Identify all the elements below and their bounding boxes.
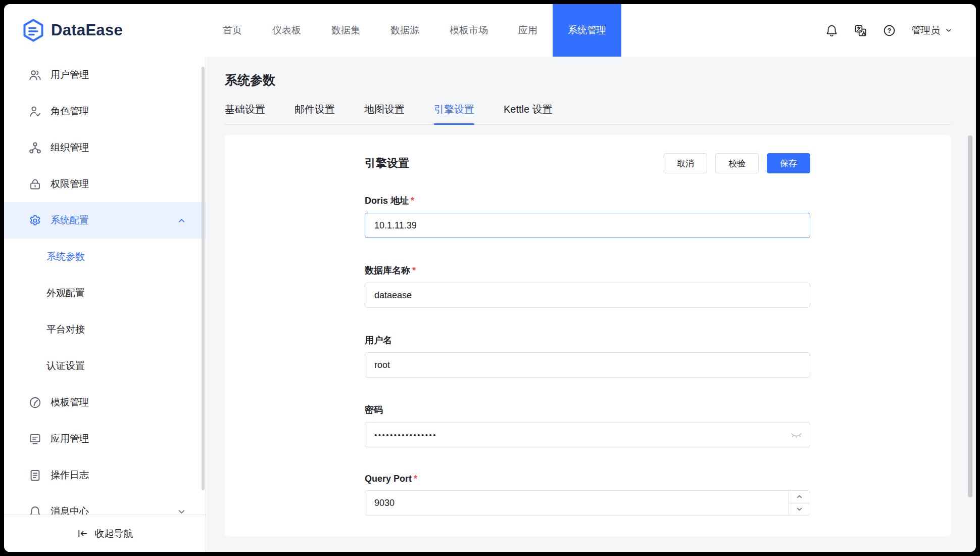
notification-bell-icon[interactable] <box>825 24 839 37</box>
chevron-down-icon <box>796 505 803 513</box>
sidebar-item-label: 组织管理 <box>51 141 89 154</box>
sidebar-item-role-management[interactable]: 角色管理 <box>4 93 206 129</box>
database-name-input[interactable] <box>365 283 810 308</box>
collapse-navigation-label: 收起导航 <box>95 527 133 540</box>
user-menu[interactable]: 管理员 <box>911 24 953 37</box>
lock-icon <box>28 177 42 191</box>
document-log-icon <box>28 469 42 482</box>
required-asterisk: * <box>414 474 417 484</box>
sidebar-subitem-appearance-config[interactable]: 外观配置 <box>4 275 206 311</box>
nav-item-dataset[interactable]: 数据集 <box>316 4 375 57</box>
app-window: DataEase 首页 仪表板 数据集 数据源 模板市场 应用 系统管理 <box>4 4 976 552</box>
nav-item-template-market[interactable]: 模板市场 <box>434 4 503 57</box>
query-port-input[interactable] <box>365 490 810 516</box>
users-icon <box>28 68 42 82</box>
chevron-up-icon <box>796 493 803 500</box>
sidebar-item-label: 模板管理 <box>51 396 89 409</box>
card-actions: 取消 校验 保存 <box>664 153 810 173</box>
sidebar-item-organization-management[interactable]: 组织管理 <box>4 129 206 166</box>
header-actions: ? 管理员 <box>825 24 976 37</box>
sidebar-scrollbar-thumb[interactable] <box>202 67 205 490</box>
sidebar-subitem-platform-integration[interactable]: 平台对接 <box>4 311 206 348</box>
nav-item-dashboard[interactable]: 仪表板 <box>257 4 316 57</box>
main-nav: 首页 仪表板 数据集 数据源 模板市场 应用 系统管理 <box>208 4 621 57</box>
sidebar-item-permission-management[interactable]: 权限管理 <box>4 166 206 202</box>
sidebar-item-label: 外观配置 <box>46 287 85 300</box>
page-title: 系统参数 <box>225 72 976 88</box>
number-stepper <box>789 491 810 515</box>
engine-settings-form: Doris 地址* 数据库名称* 用户名 <box>365 195 810 516</box>
stepper-increase-button[interactable] <box>789 491 810 503</box>
sidebar-item-label: 认证设置 <box>46 359 85 373</box>
sidebar-item-label: 系统配置 <box>51 214 89 227</box>
nav-item-home[interactable]: 首页 <box>208 4 257 57</box>
input-wrapper <box>365 490 810 516</box>
nav-item-application[interactable]: 应用 <box>503 4 553 57</box>
save-button[interactable]: 保存 <box>767 153 810 173</box>
sidebar-item-label: 平台对接 <box>46 323 85 336</box>
eye-off-icon[interactable] <box>790 429 803 441</box>
field-username: 用户名 <box>365 334 810 378</box>
svg-text:?: ? <box>888 27 892 34</box>
help-icon[interactable]: ? <box>883 24 896 37</box>
field-label: 用户名 <box>365 334 810 346</box>
stepper-decrease-button[interactable] <box>789 503 810 516</box>
cancel-button[interactable]: 取消 <box>664 153 707 173</box>
input-wrapper <box>365 213 810 238</box>
dataease-logo-icon <box>21 18 45 42</box>
settings-tabs: 基础设置 邮件设置 地图设置 引擎设置 Kettle 设置 <box>225 103 951 125</box>
sidebar-item-template-management[interactable]: 模板管理 <box>4 384 206 421</box>
tab-map-settings[interactable]: 地图设置 <box>364 103 405 124</box>
sidebar-subitem-auth-settings[interactable]: 认证设置 <box>4 348 206 384</box>
sidebar-item-user-management[interactable]: 用户管理 <box>4 57 206 93</box>
sidebar-item-label: 用户管理 <box>51 68 89 81</box>
top-navbar: DataEase 首页 仪表板 数据集 数据源 模板市场 应用 系统管理 <box>4 4 976 57</box>
chevron-up-icon <box>177 216 186 225</box>
field-label: 密码 <box>365 404 810 416</box>
collapse-navigation-button[interactable]: 收起导航 <box>4 515 206 552</box>
main-scrollbar-thumb[interactable] <box>968 135 972 497</box>
tab-mail-settings[interactable]: 邮件设置 <box>295 103 335 124</box>
tab-engine-settings[interactable]: 引擎设置 <box>434 103 474 124</box>
sidebar-item-label: 角色管理 <box>51 105 89 118</box>
brand-logo[interactable]: DataEase <box>4 18 123 42</box>
required-asterisk: * <box>412 265 416 275</box>
doris-address-input[interactable] <box>365 213 810 238</box>
validate-button[interactable]: 校验 <box>715 153 759 173</box>
input-wrapper <box>365 352 810 378</box>
input-wrapper <box>365 283 810 308</box>
user-name: 管理员 <box>911 24 940 37</box>
sidebar-item-application-management[interactable]: 应用管理 <box>4 421 206 457</box>
password-input[interactable] <box>365 422 810 447</box>
tab-basic-settings[interactable]: 基础设置 <box>225 103 265 124</box>
field-label: 数据库名称* <box>365 264 810 276</box>
sidebar-subitem-system-parameters[interactable]: 系统参数 <box>4 239 206 275</box>
application-icon <box>28 432 42 446</box>
field-doris-address: Doris 地址* <box>365 195 810 238</box>
username-input[interactable] <box>365 352 810 378</box>
field-password: 密码 <box>365 404 810 447</box>
input-wrapper <box>365 422 810 447</box>
sidebar: 用户管理 角色管理 组织管理 权限管理 <box>4 57 206 552</box>
engine-settings-card: 引擎设置 取消 校验 保存 Doris 地址* <box>225 135 951 536</box>
template-icon <box>28 396 42 409</box>
field-query-port: Query Port* <box>365 474 810 516</box>
role-icon <box>28 105 42 118</box>
language-switch-icon[interactable] <box>854 24 867 37</box>
field-label-text: Query Port <box>365 474 412 484</box>
tab-kettle-settings[interactable]: Kettle 设置 <box>504 103 553 124</box>
nav-item-datasource[interactable]: 数据源 <box>375 4 434 57</box>
main-content: 系统参数 基础设置 邮件设置 地图设置 引擎设置 Kettle 设置 引擎设置 … <box>207 57 976 552</box>
field-label-text: 数据库名称 <box>365 265 410 275</box>
field-database-name: 数据库名称* <box>365 264 810 308</box>
required-asterisk: * <box>411 196 414 206</box>
sidebar-item-operation-log[interactable]: 操作日志 <box>4 457 206 493</box>
sidebar-item-label: 权限管理 <box>51 177 89 191</box>
brand-name: DataEase <box>51 21 123 39</box>
chevron-down-icon <box>945 26 953 34</box>
card-header: 引擎设置 取消 校验 保存 <box>365 153 810 173</box>
nav-item-system-management[interactable]: 系统管理 <box>553 4 621 57</box>
sidebar-item-label: 操作日志 <box>51 469 89 482</box>
sidebar-item-system-config[interactable]: 系统配置 <box>4 202 206 239</box>
card-title: 引擎设置 <box>365 156 409 171</box>
